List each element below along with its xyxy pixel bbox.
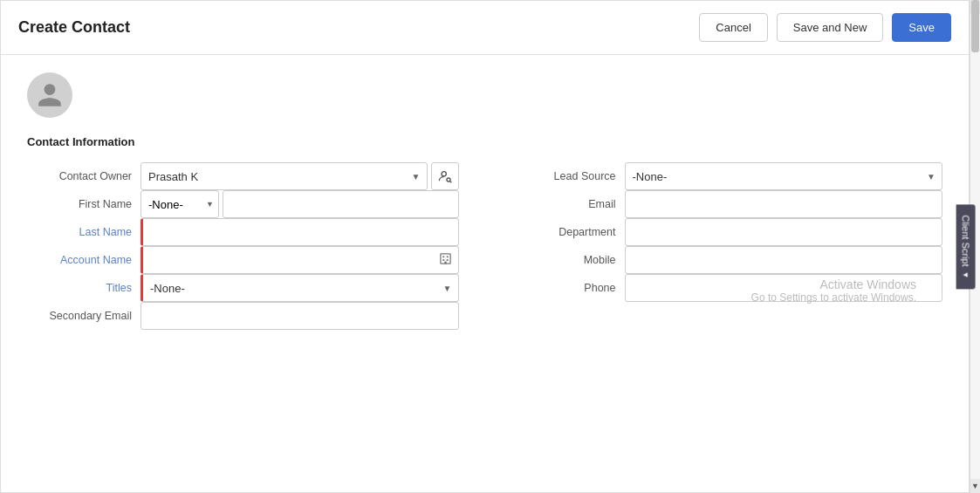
person-icon — [36, 81, 64, 109]
scroll-down-arrow[interactable]: ▼ — [970, 479, 980, 493]
save-button[interactable]: Save — [892, 13, 951, 42]
client-script-label: Client Script — [960, 215, 970, 266]
section-title: Contact Information — [27, 135, 942, 148]
user-search-icon — [438, 169, 452, 183]
header: Create Contact Cancel Save and New Save — [1, 1, 969, 55]
first-name-input[interactable] — [223, 190, 459, 218]
activate-windows: Activate Windows Go to Settings to activ… — [751, 277, 916, 304]
email-label: Email — [511, 198, 616, 210]
account-name-label: Account Name — [27, 254, 132, 266]
last-name-label: Last Name — [27, 226, 132, 238]
titles-row: Titles -None- Mr. Mrs. Ms. Dr. Prof. ▼ — [27, 274, 459, 302]
salutation-wrapper: -None- Mr. Mrs. Ms. Dr. Prof. ▼ — [140, 190, 219, 218]
email-input[interactable] — [625, 190, 943, 218]
form-body: Contact Information Contact Owner Prasat… — [1, 55, 969, 492]
mobile-row: Mobile — [511, 246, 943, 274]
contact-owner-select[interactable]: Prasath K — [140, 162, 428, 190]
mobile-label: Mobile — [511, 254, 616, 266]
contact-owner-label: Contact Owner — [27, 170, 132, 182]
salutation-select[interactable]: -None- Mr. Mrs. Ms. Dr. Prof. — [140, 190, 219, 218]
last-name-row: Last Name — [27, 218, 459, 246]
email-row: Email — [511, 190, 943, 218]
department-row: Department — [511, 218, 943, 246]
lead-source-select[interactable]: -None- Cold Call Existing Customer Self … — [625, 162, 943, 190]
titles-select[interactable]: -None- Mr. Mrs. Ms. Dr. Prof. — [140, 274, 459, 302]
svg-point-0 — [442, 172, 446, 176]
phone-label: Phone — [511, 282, 616, 294]
lead-source-label: Lead Source — [511, 170, 616, 182]
svg-line-2 — [449, 181, 451, 183]
client-script-tab[interactable]: Client Script ▼ — [956, 204, 975, 289]
first-name-row: First Name -None- Mr. Mrs. Ms. Dr. Prof. — [27, 190, 459, 218]
svg-point-1 — [447, 178, 450, 181]
cancel-button[interactable]: Cancel — [699, 13, 767, 42]
department-input[interactable] — [625, 218, 943, 246]
secondary-email-input[interactable] — [140, 302, 459, 330]
account-name-input[interactable] — [140, 246, 459, 274]
owner-lookup-button[interactable] — [431, 162, 459, 190]
department-label: Department — [511, 226, 616, 238]
activate-windows-title: Activate Windows — [751, 277, 916, 291]
contact-owner-row: Contact Owner Prasath K ▼ — [27, 162, 459, 190]
right-column: Lead Source -None- Cold Call Existing Cu… — [511, 162, 943, 330]
header-actions: Cancel Save and New Save — [699, 13, 951, 42]
lead-source-select-wrapper: -None- Cold Call Existing Customer Self … — [625, 162, 943, 190]
owner-select-wrapper: Prasath K ▼ — [140, 162, 428, 190]
titles-select-wrapper: -None- Mr. Mrs. Ms. Dr. Prof. ▼ — [140, 274, 459, 302]
titles-label: Titles — [27, 282, 132, 294]
account-name-row: Account Name — [27, 246, 459, 274]
form-grid: Contact Owner Prasath K ▼ — [27, 162, 942, 330]
last-name-input[interactable] — [140, 218, 459, 246]
secondary-email-row: Secondary Email — [27, 302, 459, 330]
lead-source-row: Lead Source -None- Cold Call Existing Cu… — [511, 162, 943, 190]
first-name-label: First Name — [27, 198, 132, 210]
chevron-down-icon: ▼ — [961, 270, 970, 278]
secondary-email-label: Secondary Email — [27, 310, 132, 322]
first-name-wrapper: -None- Mr. Mrs. Ms. Dr. Prof. ▼ — [140, 190, 459, 218]
avatar-section — [27, 72, 942, 118]
account-wrapper — [140, 246, 459, 274]
avatar[interactable] — [27, 72, 72, 118]
activate-windows-subtitle: Go to Settings to activate Windows. — [751, 291, 916, 304]
save-and-new-button[interactable]: Save and New — [777, 13, 884, 42]
left-column: Contact Owner Prasath K ▼ — [27, 162, 459, 330]
mobile-input[interactable] — [625, 246, 943, 274]
owner-control: Prasath K ▼ — [140, 162, 459, 190]
scrollbar-thumb[interactable] — [971, 0, 979, 52]
page-title: Create Contact — [18, 18, 130, 37]
